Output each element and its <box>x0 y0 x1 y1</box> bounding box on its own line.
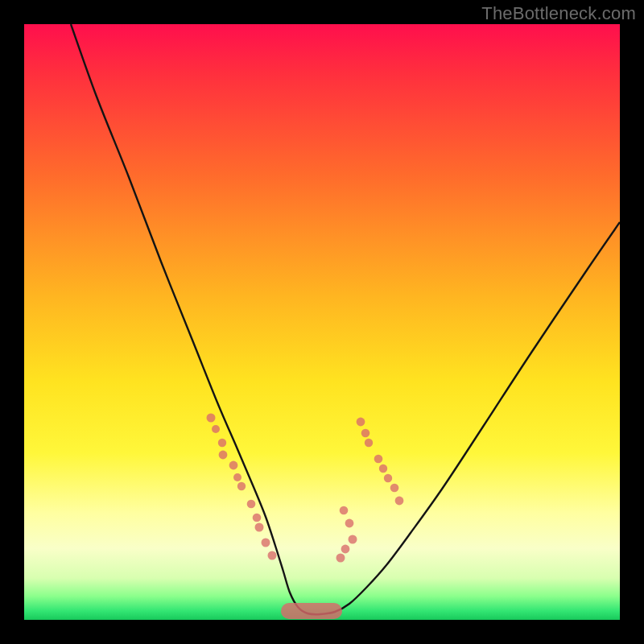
data-marker <box>374 455 383 464</box>
data-marker <box>233 473 242 481</box>
data-marker <box>340 506 349 515</box>
data-marker <box>395 497 404 506</box>
data-marker <box>379 464 387 473</box>
chart-frame: TheBottleneck.com <box>0 0 644 644</box>
bottom-cluster <box>281 603 342 619</box>
data-marker <box>349 535 357 544</box>
data-marker <box>336 554 345 563</box>
data-marker <box>390 484 399 493</box>
data-marker <box>219 451 228 460</box>
markers-right <box>336 418 404 563</box>
data-marker <box>365 439 373 447</box>
data-marker <box>384 474 392 482</box>
data-marker <box>212 425 220 433</box>
bottleneck-curve <box>71 24 620 614</box>
curve-svg <box>24 24 620 620</box>
data-marker <box>247 500 256 509</box>
data-marker <box>357 418 365 427</box>
data-marker <box>229 461 238 470</box>
data-marker <box>262 539 270 547</box>
markers-left <box>207 414 277 560</box>
data-marker <box>218 439 226 447</box>
data-marker <box>255 523 264 532</box>
data-marker <box>268 551 277 560</box>
data-marker <box>361 429 370 438</box>
data-marker <box>345 519 354 528</box>
data-marker <box>253 514 262 522</box>
data-marker <box>341 545 350 554</box>
watermark-label: TheBottleneck.com <box>481 3 636 24</box>
data-marker <box>207 414 216 423</box>
data-marker <box>237 482 246 490</box>
plot-area <box>24 24 620 620</box>
